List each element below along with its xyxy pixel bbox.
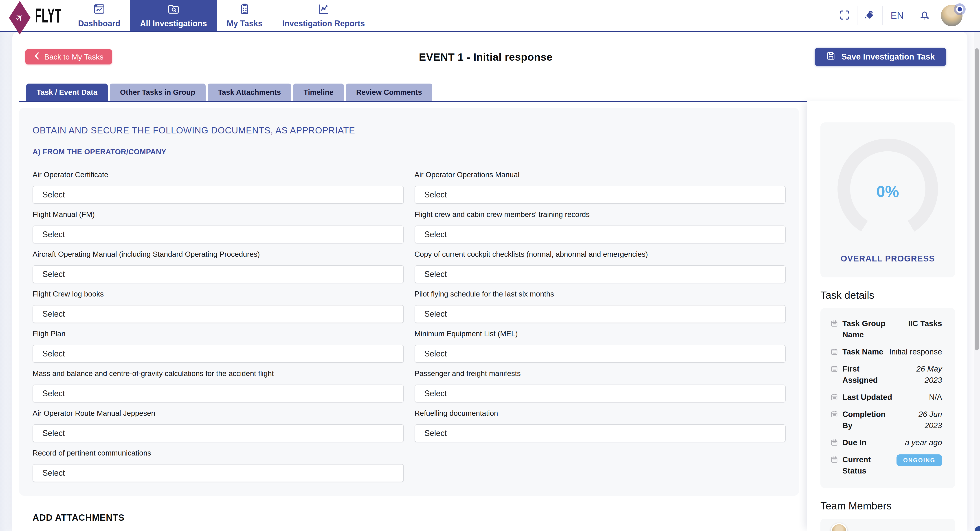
team-member-avatar[interactable]	[831, 523, 847, 531]
select-dropdown[interactable]: Select	[415, 384, 786, 402]
detail-value: 26 Jun 2023	[896, 408, 942, 431]
fullscreen-button[interactable]	[832, 9, 857, 22]
scrollbar-thumb[interactable]	[975, 48, 978, 351]
form-field: Minimum Equipment List (MEL) Select	[415, 330, 786, 363]
select-dropdown[interactable]: Select	[33, 464, 404, 482]
select-dropdown[interactable]: Select	[415, 225, 786, 244]
nav-item-my-tasks[interactable]: My Tasks	[217, 0, 272, 31]
brand-diamond: ✈	[9, 1, 30, 35]
team-members-card	[821, 519, 955, 531]
nav-item-label: Dashboard	[78, 19, 120, 28]
form-field: Air Operator Certificate Select	[33, 171, 404, 204]
page-header: Back to My Tasks EVENT 1 - Initial respo…	[25, 48, 946, 66]
calendar-icon	[830, 438, 838, 447]
progress-value: 0%	[821, 183, 955, 201]
detail-row-last-updated: Last Updated N/A	[830, 392, 942, 403]
form-field: Aircraft Operating Manual (including Sta…	[33, 250, 404, 283]
page-scrollbar[interactable]	[974, 32, 980, 531]
field-label: Air Operator Certificate	[33, 171, 404, 179]
select-dropdown[interactable]: Select	[33, 305, 404, 323]
form-field: Refuelling documentation Select	[415, 409, 786, 442]
brand-logo[interactable]: ✈ FLYT	[0, 0, 68, 31]
tab-other-tasks-in-group[interactable]: Other Tasks in Group	[110, 84, 205, 101]
tab-task-attachments[interactable]: Task Attachments	[208, 84, 291, 101]
select-dropdown[interactable]: Select	[415, 305, 786, 323]
detail-label: Last Updated	[842, 392, 892, 403]
select-dropdown[interactable]: Select	[33, 265, 404, 283]
field-label: Pilot flying schedule for the last six m…	[415, 290, 786, 298]
investigation-reports-icon	[317, 3, 330, 16]
select-dropdown[interactable]: Select	[33, 186, 404, 204]
field-label: Passenger and freight manifests	[415, 369, 786, 378]
nav-item-all-investigations[interactable]: All Investigations	[130, 0, 217, 31]
section-title: OBTAIN AND SECURE THE FOLLOWING DOCUMENT…	[33, 125, 786, 136]
page-background: Back to My Tasks EVENT 1 - Initial respo…	[0, 32, 980, 531]
add-attachments-heading: ADD ATTACHMENTS	[33, 513, 124, 523]
nav-item-label: My Tasks	[227, 19, 262, 28]
select-placeholder: Select	[425, 309, 447, 319]
user-avatar[interactable]	[941, 5, 963, 26]
tab-review-comments[interactable]: Review Comments	[346, 84, 432, 101]
field-label: Flight crew and cabin crew members' trai…	[415, 210, 786, 219]
select-placeholder: Select	[425, 429, 447, 438]
detail-label: Completion By	[842, 408, 896, 431]
select-dropdown[interactable]: Select	[33, 384, 404, 402]
nav-item-dashboard[interactable]: Dashboard	[68, 0, 130, 31]
overall-progress-card: 0% OVERALL PROGRESS	[821, 123, 955, 277]
select-placeholder: Select	[43, 269, 65, 279]
fields-grid: Air Operator Certificate Select Air Oper…	[33, 171, 786, 488]
field-label: Flight Manual (FM)	[33, 210, 404, 219]
content-wrapper: Back to My Tasks EVENT 1 - Initial respo…	[12, 32, 967, 531]
notifications-button[interactable]	[912, 9, 937, 22]
online-status-indicator	[954, 3, 966, 15]
form-field: Copy of current cockpit checklists (norm…	[415, 250, 786, 283]
detail-label: Task Name	[842, 346, 883, 357]
main-nav: Dashboard All Investigations My Tasks In…	[68, 0, 375, 31]
my-tasks-icon	[239, 3, 251, 16]
status-badge: ONGOING	[897, 454, 942, 466]
fullscreen-icon	[838, 9, 851, 22]
detail-value: ONGOING	[892, 454, 942, 466]
navbar-actions: EN	[832, 0, 980, 31]
tab-task-event-data[interactable]: Task / Event Data	[26, 84, 108, 101]
detail-value: a year ago	[900, 437, 942, 448]
back-button[interactable]: Back to My Tasks	[25, 49, 112, 64]
select-placeholder: Select	[425, 230, 447, 239]
calendar-icon	[830, 365, 838, 373]
form-field: Record of pertinent communications Selec…	[33, 449, 404, 482]
form-field: Mass and balance and centre-of-gravity c…	[33, 369, 404, 402]
select-placeholder: Select	[425, 349, 447, 359]
select-placeholder: Select	[43, 429, 65, 438]
select-placeholder: Select	[43, 349, 65, 359]
theme-icon	[864, 9, 876, 22]
select-placeholder: Select	[425, 269, 447, 279]
detail-label: Current Status	[842, 454, 892, 477]
field-label: Aircraft Operating Manual (including Sta…	[33, 250, 404, 258]
form-field: Fligh Plan Select	[33, 330, 404, 363]
detail-value: IIC Tasks	[904, 318, 942, 329]
select-dropdown[interactable]: Select	[33, 345, 404, 363]
all-investigations-icon	[167, 3, 180, 16]
dashboard-icon	[93, 3, 105, 16]
page-title: EVENT 1 - Initial response	[419, 51, 552, 63]
select-dropdown[interactable]: Select	[415, 265, 786, 283]
select-placeholder: Select	[43, 190, 65, 199]
select-dropdown[interactable]: Select	[33, 225, 404, 244]
theme-button[interactable]	[858, 9, 882, 22]
select-placeholder: Select	[43, 389, 65, 398]
language-selector[interactable]: EN	[883, 10, 912, 21]
task-sidebar: 0% OVERALL PROGRESS Task details Task Gr…	[807, 101, 967, 531]
nav-item-investigation-reports[interactable]: Investigation Reports	[272, 0, 375, 31]
tab-timeline[interactable]: Timeline	[293, 84, 344, 101]
field-label: Refuelling documentation	[415, 409, 786, 418]
select-placeholder: Select	[43, 230, 65, 239]
task-form-panel: OBTAIN AND SECURE THE FOLLOWING DOCUMENT…	[19, 108, 799, 496]
progress-label: OVERALL PROGRESS	[821, 254, 955, 263]
tab-bar: Task / Event Data Other Tasks in Group T…	[26, 84, 432, 101]
form-field: Air Operator Operations Manual Select	[415, 171, 786, 204]
select-dropdown[interactable]: Select	[415, 424, 786, 442]
select-dropdown[interactable]: Select	[33, 424, 404, 442]
save-investigation-task-button[interactable]: Save Investigation Task	[815, 48, 946, 66]
select-dropdown[interactable]: Select	[415, 345, 786, 363]
select-dropdown[interactable]: Select	[415, 186, 786, 204]
